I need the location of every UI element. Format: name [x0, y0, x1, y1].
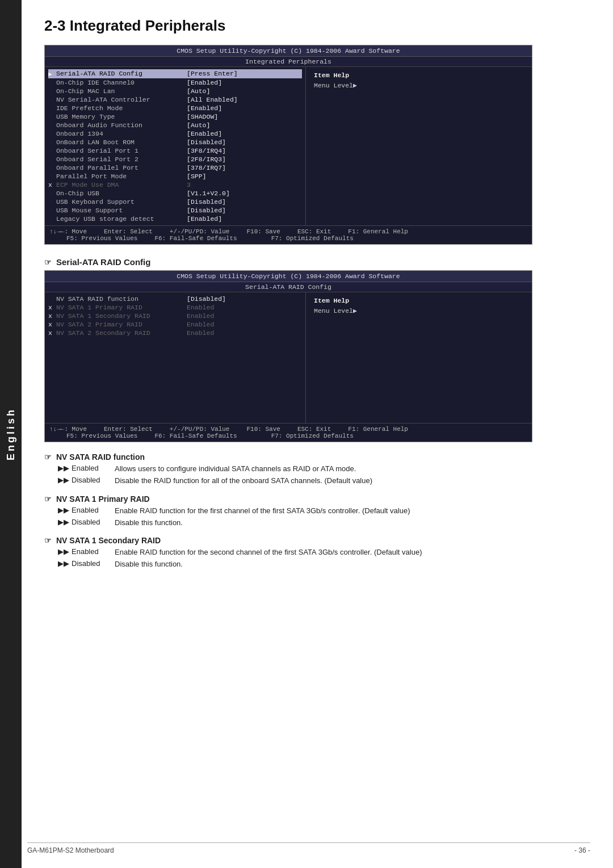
row-arrow-icon: x [48, 304, 56, 311]
bios2-help: Item Help Menu Level▶ [310, 295, 527, 317]
table-row[interactable]: USB Keyboard Support[Disabled] [48, 198, 302, 206]
bios2-footer: ↑↓→←: MoveEnter: Select+/-/PU/PD: ValueF… [45, 423, 532, 442]
row-name: Serial-ATA RAID Config [56, 70, 187, 77]
table-row[interactable]: xNV SATA 2 Primary RAIDEnabled [48, 320, 302, 329]
table-row[interactable]: ▶Serial-ATA RAID Config[Press Enter] [48, 69, 302, 78]
table-row[interactable]: On-Chip IDE Channel0[Enabled] [48, 78, 302, 87]
footer-row: ↑↓→←: MoveEnter: Select+/-/PU/PD: ValueF… [49, 426, 527, 433]
footer-cell: ESC: Exit [297, 228, 331, 235]
desc-rows: ▶▶EnabledEnable RAID function for the se… [58, 547, 590, 570]
table-row[interactable]: IDE Prefetch Mode[Enabled] [48, 104, 302, 112]
desc-arrow-icon: ☞ [44, 536, 52, 545]
desc-bullet-icon: ▶▶ [58, 464, 69, 472]
bios2-subheader: Serial-ATA RAID Config [45, 282, 532, 292]
table-row[interactable]: OnBoard LAN Boot ROM[Disabled] [48, 138, 302, 146]
bios2-body: NV SATA RAID function[Disabled]xNV SATA … [45, 292, 532, 423]
row-name: USB Mouse Support [56, 207, 187, 214]
bios2-left: NV SATA RAID function[Disabled]xNV SATA … [45, 292, 306, 423]
row-value: [Disabled] [187, 198, 302, 206]
footer-cell: Enter: Select [104, 426, 153, 433]
desc-row: ▶▶DisabledDisable this function. [58, 559, 590, 570]
bios-table-2: CMOS Setup Utility-Copyright (C) 1984-20… [44, 270, 532, 442]
table-row[interactable]: xNV SATA 1 Primary RAIDEnabled [48, 303, 302, 312]
footer-cell: F7: Optimized Defaults [271, 433, 354, 439]
table-row[interactable]: NV Serial-ATA Controller[All Enabled] [48, 95, 302, 104]
table-row[interactable]: Parallel Port Mode[SPP] [48, 172, 302, 181]
bios1-right: Item Help Menu Level▶ [306, 67, 532, 225]
bios1-subheader: Integrated Peripherals [45, 57, 532, 67]
row-value: [Disabled] [187, 139, 302, 146]
row-name: ECP Mode Use DMA [56, 181, 187, 188]
table-row[interactable]: xNV SATA 2 Secondary RAIDEnabled [48, 329, 302, 337]
footer-cell: F10: Save [246, 426, 280, 433]
row-name: Onboard Parallel Port [56, 164, 187, 171]
row-value: [Auto] [187, 121, 302, 129]
bios1-help: Item Help Menu Level▶ [310, 69, 527, 91]
footer-cell: ↑↓→←: Move [49, 228, 87, 235]
footer-left: GA-M61PM-S2 Motherboard [27, 846, 114, 854]
bios2-right: Item Help Menu Level▶ [306, 292, 532, 423]
desc-bullet-icon: ▶▶ [58, 559, 69, 568]
row-arrow-icon: x [48, 312, 56, 320]
row-name: OnBoard LAN Boot ROM [56, 139, 187, 146]
footer-cell: F6: Fail-Safe Defaults [154, 433, 237, 439]
row-value: [Press Enter] [187, 70, 302, 77]
desc-bullet-icon: ▶▶ [58, 518, 69, 526]
row-value: [Enabled] [187, 215, 302, 223]
bios2-help-text: Menu Level▶ [314, 307, 524, 315]
row-name: Onboard Serial Port 2 [56, 156, 187, 163]
desc-title: ☞NV SATA RAID function [44, 452, 590, 462]
table-row[interactable]: On-Chip USB[V1.1+V2.0] [48, 189, 302, 198]
footer-row: ↑↓→←: MoveEnter: Select+/-/PU/PD: ValueF… [49, 228, 527, 235]
desc-rows: ▶▶EnabledAllows users to configure indiv… [58, 464, 590, 487]
desc-title: ☞NV SATA 1 Secondary RAID [44, 536, 590, 545]
row-name: On-Chip USB [56, 190, 187, 197]
main-content: 2-3 Integrated Peripherals CMOS Setup Ut… [27, 0, 613, 588]
table-row[interactable]: Onboard Parallel Port[378/IRQ7] [48, 163, 302, 172]
row-value: [Auto] [187, 87, 302, 95]
section-number: 2-3 Integrated Peripherals [44, 17, 225, 34]
table-row[interactable]: Legacy USB storage detect[Enabled] [48, 215, 302, 223]
desc-title-text: NV SATA 1 Secondary RAID [56, 536, 161, 545]
desc-label: ▶▶Disabled [58, 518, 115, 526]
sidebar: English [0, 0, 22, 868]
row-value: [3F8/IRQ4] [187, 147, 302, 154]
desc-arrow-icon: ☞ [44, 452, 52, 462]
row-value: [V1.1+V2.0] [187, 190, 302, 197]
desc-text: Enable RAID function for the first chann… [115, 506, 590, 517]
bios1-body: ▶Serial-ATA RAID Config[Press Enter]On-C… [45, 67, 532, 225]
footer-cell: F5: Previous Values [66, 235, 137, 242]
table-row[interactable]: USB Mouse Support[Disabled] [48, 206, 302, 215]
desc-label-text: Disabled [72, 476, 100, 484]
row-value: Enabled [187, 304, 302, 311]
page-footer: GA-M61PM-S2 Motherboard - 36 - [27, 842, 590, 854]
table-row[interactable]: Onboard Serial Port 1[3F8/IRQ4] [48, 146, 302, 155]
table-row[interactable]: Onboard Serial Port 2[2F8/IRQ3] [48, 155, 302, 163]
table-row[interactable]: Onboard 1394[Enabled] [48, 129, 302, 138]
table-row[interactable]: xECP Mode Use DMA3 [48, 181, 302, 189]
row-name: Parallel Port Mode [56, 173, 187, 180]
row-name: On-Chip MAC Lan [56, 87, 187, 95]
row-name: NV SATA 1 Secondary RAID [56, 312, 187, 320]
row-value: Enabled [187, 312, 302, 320]
bios1-help-text: Menu Level▶ [314, 81, 524, 89]
row-name: Onboard Serial Port 1 [56, 147, 187, 154]
row-name: Onboard Audio Function [56, 121, 187, 129]
row-value: [Enabled] [187, 130, 302, 137]
desc-title: ☞NV SATA 1 Primary RAID [44, 494, 590, 504]
table-row[interactable]: xNV SATA 1 Secondary RAIDEnabled [48, 312, 302, 320]
table-row[interactable]: Onboard Audio Function[Auto] [48, 121, 302, 129]
serial-ata-section: ☞ Serial-ATA RAID Config [44, 257, 590, 267]
row-arrow-icon: x [48, 321, 56, 328]
table-row[interactable]: USB Memory Type[SHADOW] [48, 112, 302, 121]
footer-right: - 36 - [574, 846, 590, 854]
table-row[interactable]: On-Chip MAC Lan[Auto] [48, 87, 302, 95]
table-row[interactable]: NV SATA RAID function[Disabled] [48, 295, 302, 303]
row-value: Enabled [187, 321, 302, 328]
footer-cell: F5: Previous Values [66, 433, 137, 439]
desc-label-text: Enabled [72, 464, 99, 472]
desc-rows: ▶▶EnabledEnable RAID function for the fi… [58, 506, 590, 529]
desc-label: ▶▶Enabled [58, 464, 115, 472]
row-value: [SHADOW] [187, 113, 302, 120]
footer-cell: F7: Optimized Defaults [271, 235, 354, 242]
